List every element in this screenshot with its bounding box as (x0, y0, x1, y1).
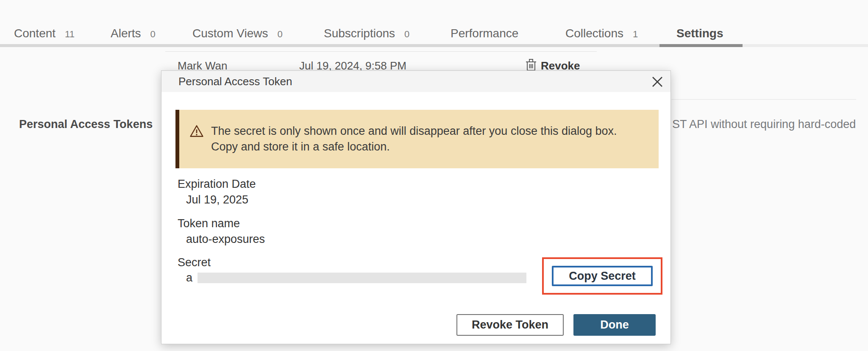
secret-label: Secret (178, 256, 211, 269)
token-name-value: auto-exposures (186, 233, 265, 246)
revoke-token-button[interactable]: Revoke Token (456, 314, 564, 336)
dialog-title: Personal Access Token (178, 71, 292, 92)
tab-label: Content (14, 27, 56, 40)
tab-label: Custom Views (192, 27, 268, 40)
dialog-header: Personal Access Token (161, 71, 670, 92)
tabbar-underline-track-right (743, 44, 868, 47)
done-button[interactable]: Done (573, 314, 656, 336)
tab-count: 1 (633, 29, 638, 39)
section-description-fragment: ST API without requiring hard-coded (672, 118, 856, 131)
personal-access-token-dialog: Personal Access Token The secret is only… (161, 70, 671, 344)
tab-collections[interactable]: Collections1 (565, 26, 638, 42)
section-label-personal-access-tokens: Personal Access Tokens (19, 118, 153, 131)
tab-label: Subscriptions (324, 27, 395, 40)
annotation-highlight-rect: Copy Secret (542, 257, 662, 295)
tab-label: Settings (676, 27, 723, 40)
token-name-label: Token name (178, 217, 240, 230)
warning-triangle-icon (189, 124, 204, 138)
active-tab-indicator (659, 44, 743, 47)
warning-text: The secret is only shown once and will d… (211, 123, 644, 155)
warning-banner: The secret is only shown once and will d… (175, 110, 659, 168)
tab-label: Collections (565, 27, 623, 40)
tab-count: 11 (65, 29, 75, 39)
tab-custom-views[interactable]: Custom Views0 (192, 26, 283, 42)
copy-secret-button[interactable]: Copy Secret (552, 266, 653, 286)
tab-count: 0 (277, 29, 282, 39)
section-divider (671, 99, 856, 100)
secret-visible-character: a (186, 271, 192, 284)
expiration-date-label: Expiration Date (178, 178, 256, 191)
tab-count: 0 (150, 29, 156, 39)
tab-label: Performance (451, 27, 518, 40)
tab-alerts[interactable]: Alerts0 (111, 26, 156, 42)
secret-masked-bar (198, 273, 526, 283)
tab-subscriptions[interactable]: Subscriptions0 (324, 26, 409, 42)
secret-value-row: a (186, 271, 526, 284)
tabbar-underline-track (0, 44, 659, 47)
tab-count: 0 (404, 29, 409, 39)
tab-content[interactable]: Content11 (14, 26, 75, 42)
trash-icon[interactable] (526, 58, 537, 71)
tab-performance[interactable]: Performance (451, 26, 518, 41)
token-row-divider (165, 51, 597, 52)
tab-settings[interactable]: Settings (676, 26, 723, 41)
close-icon[interactable] (650, 75, 665, 89)
expiration-date-value: Jul 19, 2025 (186, 193, 248, 206)
tab-label: Alerts (111, 27, 141, 40)
